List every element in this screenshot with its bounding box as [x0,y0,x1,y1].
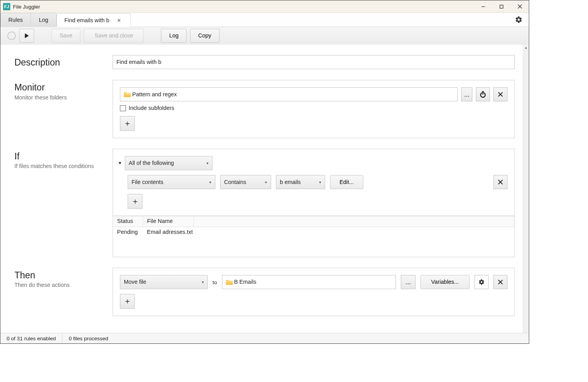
table-header-row: Status File Name [113,216,514,226]
tab-label: Rules [9,17,23,23]
variables-button[interactable]: Variables... [420,275,470,289]
if-title: If [14,151,106,162]
triangle-down-icon [118,161,122,165]
col-filename[interactable]: File Name [143,216,194,226]
enable-rule-toggle[interactable] [7,32,16,40]
if-subtitle: If files matches these conditions [14,163,106,170]
svg-marker-10 [118,162,121,164]
browse-destination-button[interactable]: ... [401,275,416,289]
content-area: ▲ Description Find emails with b Monitor… [0,44,529,333]
run-button[interactable] [19,28,34,42]
rule-toolbar: Save Save and close Log Copy [0,27,529,44]
svg-point-6 [480,93,485,97]
include-subfolders-checkbox[interactable]: Include subfolders [120,105,507,111]
close-icon [498,179,503,185]
scrollbar[interactable]: ▲ [523,44,529,333]
if-panel: All of the following ▾ File contents ▾ C… [113,149,515,216]
description-input[interactable]: Find emails with b [113,55,515,69]
svg-rect-5 [482,91,484,92]
edit-condition-button[interactable]: Edit... [330,175,364,189]
then-subtitle: Then do these actions [14,282,106,288]
description-section: Description Find emails with b [14,55,515,69]
status-rules-enabled: 0 of 31 rules enabled [0,333,62,343]
copy-button[interactable]: Copy [190,28,219,42]
gear-icon [479,279,485,285]
cell-status: Pending [113,227,143,237]
chevron-down-icon: ▾ [209,180,211,184]
settings-button[interactable] [509,12,529,27]
remove-monitor-button[interactable] [493,87,507,101]
checkbox-icon [120,105,126,111]
monitor-subtitle: Monitor these folders [14,94,106,101]
action-dropdown[interactable]: Move file ▾ [120,275,208,289]
stopwatch-icon [479,91,486,98]
description-title: Description [14,57,106,68]
add-action-button[interactable]: ＋ [120,294,135,309]
close-icon [498,92,503,97]
status-files-processed: 0 files processed [62,333,115,343]
cell-filename: Email adresses.txt [143,227,514,237]
maximize-button[interactable] [493,0,511,12]
chevron-down-icon: ▾ [202,280,204,285]
monitor-panel: Pattern and regex ... [113,80,515,138]
to-label: to [212,279,217,285]
gear-icon [515,16,523,24]
add-condition-button[interactable]: ＋ [128,194,143,209]
chevron-down-icon: ▾ [265,180,267,184]
matching-files-table: Status File Name Pending Email adresses.… [113,216,515,257]
tab-rules[interactable]: Rules [0,13,31,27]
condition-pattern-dropdown[interactable]: b emails ▾ [276,175,325,189]
folder-icon [124,92,131,97]
chevron-down-icon: ▾ [207,161,208,166]
collapse-toggle[interactable] [117,161,123,165]
then-title: Then [14,270,106,281]
title-bar: FJ File Juggler [0,0,529,13]
tab-close-icon[interactable]: ✕ [116,17,123,24]
tab-label: Log [39,17,48,23]
save-button[interactable]: Save [51,28,80,42]
folder-icon [226,279,233,285]
save-and-close-button[interactable]: Save and close [84,28,144,42]
monitor-schedule-button[interactable] [476,87,490,101]
col-status[interactable]: Status [113,216,143,226]
monitor-section: Monitor Monitor these folders Pattern an… [14,80,515,138]
chevron-down-icon: ▾ [319,180,321,184]
scroll-up-icon[interactable]: ▲ [523,44,529,50]
table-row[interactable]: Pending Email adresses.txt [113,227,514,237]
status-bar: 0 of 31 rules enabled 0 files processed [0,333,529,343]
app-icon: FJ [3,3,10,10]
minimize-button[interactable] [474,0,493,12]
remove-action-button[interactable] [493,275,507,289]
log-button[interactable]: Log [161,28,187,42]
condition-operator-dropdown[interactable]: Contains ▾ [220,175,271,189]
then-panel: Move file ▾ to B Emails ... Variables... [113,268,515,316]
if-section: If If files matches these conditions All… [14,149,515,257]
svg-marker-4 [25,33,29,38]
tab-label: Find emails with b [64,17,109,23]
browse-folder-button[interactable]: ... [461,87,473,101]
remove-condition-button[interactable] [493,175,507,189]
then-section: Then Then do these actions Move file ▾ t… [14,268,515,316]
tab-rule-editor[interactable]: Find emails with b ✕ [57,13,131,27]
destination-input[interactable]: B Emails [222,275,396,289]
monitor-folder-input[interactable]: Pattern and regex [120,87,458,101]
add-monitor-button[interactable]: ＋ [120,116,135,131]
tab-strip: Rules Log Find emails with b ✕ [0,13,529,27]
close-icon [498,279,503,285]
play-icon [24,33,29,38]
monitor-title: Monitor [14,82,106,93]
tab-log[interactable]: Log [31,13,56,27]
condition-field-dropdown[interactable]: File contents ▾ [128,175,215,189]
window-title: File Juggler [13,4,40,9]
close-button[interactable] [510,0,529,12]
svg-rect-1 [500,5,503,8]
action-settings-button[interactable] [475,275,489,289]
group-mode-dropdown[interactable]: All of the following ▾ [125,156,212,170]
